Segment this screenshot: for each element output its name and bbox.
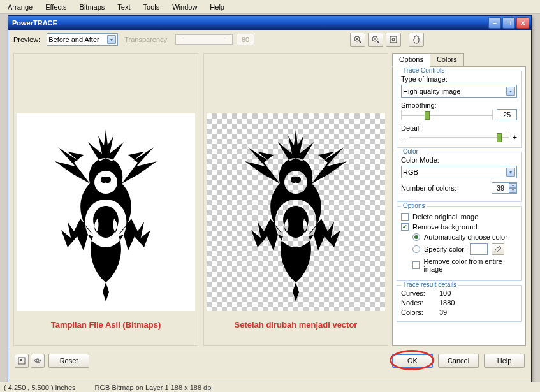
delete-original-checkbox[interactable] (401, 213, 409, 221)
menu-arrange[interactable]: Arrange (3, 2, 38, 12)
menu-effects[interactable]: Effects (40, 2, 71, 12)
svg-point-8 (392, 38, 395, 41)
menu-text[interactable]: Text (112, 2, 135, 12)
menu-tools[interactable]: Tools (138, 2, 165, 12)
specify-color-label: Specify color: (424, 245, 466, 253)
original-preview-panel: Tampilan File Asli (Bitmaps) (13, 53, 198, 346)
detail-plus: + (513, 133, 517, 141)
powertrace-dialog: PowerTRACE – □ ✕ Preview: Before and Aft… (8, 15, 532, 386)
dialog-toolbar: Preview: Before and After ▾ Transparency… (8, 30, 531, 49)
options-panel: Trace Controls Type of Image: High quali… (392, 66, 526, 346)
curves-value: 100 (439, 289, 517, 297)
chevron-down-icon: ▾ (506, 168, 515, 177)
color-mode-label: Color Mode: (401, 156, 517, 164)
traced-caption: Setelah dirubah menjadi vector (235, 320, 358, 330)
nodes-value: 1880 (439, 299, 517, 307)
pan-button[interactable] (409, 33, 424, 47)
detail-label: Detail: (401, 124, 517, 132)
remove-background-checkbox[interactable]: ✔ (401, 223, 409, 231)
type-of-image-label: Type of Image: (401, 75, 517, 83)
titlebar[interactable]: PowerTRACE – □ ✕ (8, 16, 531, 30)
smoothing-value[interactable]: 25 (497, 109, 517, 120)
trace-controls-group: Trace Controls (401, 67, 446, 74)
spin-up-icon[interactable]: ▴ (509, 183, 516, 188)
options-group: Options (401, 202, 427, 209)
traced-preview-panel: Setelah dirubah menjadi vector (203, 53, 388, 346)
color-group: Color (401, 148, 420, 155)
nodes-label: Nodes: (401, 299, 439, 307)
help-button[interactable]: Help (484, 354, 525, 368)
eyedropper-button[interactable] (492, 243, 504, 255)
original-caption: Tampilan File Asli (Bitmaps) (51, 320, 161, 330)
detail-minus: – (401, 133, 405, 141)
colors-value: 39 (439, 309, 517, 316)
status-coord: ( 4.250 , 5.500 ) inches (4, 384, 76, 391)
menu-window[interactable]: Window (167, 2, 202, 12)
fit-page-button[interactable] (386, 33, 401, 47)
preview-label: Preview: (13, 36, 40, 43)
cancel-button[interactable]: Cancel (438, 354, 479, 368)
remove-entire-label: Remove color from entire image (423, 258, 517, 273)
spin-down-icon[interactable]: ▾ (509, 188, 516, 193)
smoothing-label: Smoothing: (401, 101, 517, 109)
transparency-slider (175, 34, 233, 45)
original-canvas[interactable] (17, 113, 195, 311)
specify-color-radio[interactable] (412, 245, 420, 253)
menu-bitmaps[interactable]: Bitmaps (75, 2, 110, 12)
chevron-down-icon: ▾ (107, 35, 116, 44)
options-icon-button[interactable] (15, 354, 29, 368)
dialog-title: PowerTRACE (12, 19, 57, 27)
svg-rect-10 (20, 359, 22, 361)
reset-button[interactable]: Reset (48, 354, 89, 368)
preview-select[interactable]: Before and After ▾ (47, 33, 118, 46)
transparency-label: Transparency: (124, 36, 169, 43)
smoothing-slider[interactable] (401, 110, 493, 120)
result-details-group: Trace result details (401, 281, 458, 288)
close-button[interactable]: ✕ (516, 17, 529, 29)
preview-icon-button[interactable] (31, 354, 45, 368)
transparency-value: 80 (237, 34, 254, 45)
status-bar: ( 4.250 , 5.500 ) inches RGB Bitmap on L… (0, 382, 540, 392)
svg-line-5 (377, 41, 379, 43)
delete-original-label: Delete original image (412, 213, 478, 221)
type-of-image-select[interactable]: High quality image ▾ (401, 85, 517, 98)
traced-canvas[interactable] (207, 113, 385, 311)
app-menubar: Arrange Effects Bitmaps Text Tools Windo… (0, 0, 540, 14)
tab-options[interactable]: Options (392, 53, 430, 67)
maximize-button[interactable]: □ (502, 17, 515, 29)
chevron-down-icon: ▾ (506, 87, 515, 96)
svg-point-11 (36, 359, 39, 362)
num-colors-spinner[interactable]: 39 ▴▾ (492, 182, 517, 194)
color-mode-select[interactable]: RGB ▾ (401, 166, 517, 178)
auto-color-label: Automatically choose color (424, 233, 507, 241)
status-info: RGB Bitmap on Layer 1 188 x 188 dpi (95, 384, 213, 391)
svg-line-1 (359, 41, 361, 43)
detail-slider[interactable] (409, 132, 509, 142)
curves-label: Curves: (401, 289, 439, 297)
specify-color-swatch[interactable] (470, 243, 488, 255)
ok-button[interactable]: OK (392, 354, 433, 368)
auto-color-radio[interactable] (412, 233, 420, 241)
menu-help[interactable]: Help (205, 2, 230, 12)
svg-rect-7 (390, 36, 397, 43)
colors-label: Colors: (401, 309, 439, 316)
zoom-in-button[interactable] (350, 33, 365, 47)
remove-entire-checkbox[interactable] (412, 261, 420, 269)
remove-background-label: Remove background (412, 223, 478, 231)
num-colors-label: Number of colors: (401, 184, 488, 192)
minimize-button[interactable]: – (488, 17, 501, 29)
zoom-out-button[interactable] (368, 33, 383, 47)
tab-colors[interactable]: Colors (430, 53, 464, 67)
